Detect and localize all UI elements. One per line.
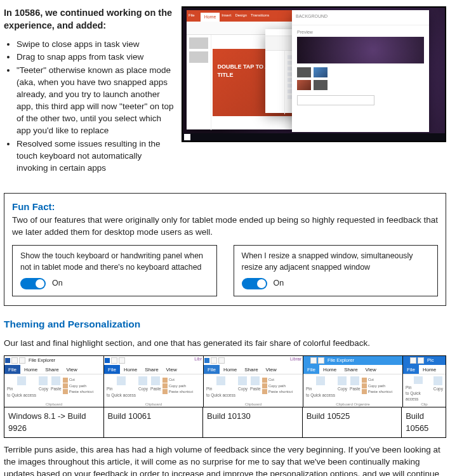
ribbon-tab: Home	[220, 365, 241, 374]
ribbon-tab: Share	[41, 365, 62, 374]
ribbon-tabs: FileHome	[403, 365, 446, 374]
ribbon-button: Pinto Quick access	[105, 376, 137, 402]
ribbon-button: Copy	[432, 376, 444, 402]
ribbon-small-button: Cut	[162, 377, 193, 382]
ribbon-button: Copy	[237, 376, 249, 402]
ribbon-tab: View	[362, 365, 380, 374]
ribbon-small-icon	[162, 383, 168, 388]
feature-list: Swipe to close apps in task view Drag to…	[17, 39, 175, 175]
ribbon-small-icon	[63, 389, 68, 394]
feature-item: "Teeter" otherwise known as place mode (…	[17, 65, 175, 136]
qat-icon	[211, 357, 217, 364]
qat-icon	[11, 357, 18, 364]
ribbon-button: Copy	[336, 376, 348, 402]
intro-row: In 10586, we continued working on the ex…	[4, 6, 446, 175]
ribbon-button: Paste	[249, 376, 262, 402]
ribbon-small-button: Paste shortcut	[362, 389, 392, 394]
ribbon-small-group: CutCopy pathPaste shortcut	[262, 376, 293, 402]
build-caption: Build 10130	[203, 407, 303, 437]
qat-icon	[410, 357, 416, 364]
window-titlebar	[204, 356, 303, 365]
ribbon-small-icon	[262, 378, 267, 383]
qat-icon	[218, 357, 225, 364]
ribbon-group-label: Clip	[403, 402, 446, 407]
ribbon-label: Copy	[433, 386, 443, 392]
ribbon-small-button: Paste shortcut	[262, 389, 293, 394]
ribbon-group-label: Clipboard Organize	[303, 402, 402, 407]
ribbon: Pinto Quick accessCopy	[403, 374, 446, 402]
ribbon-tab: View	[262, 365, 281, 374]
setting-label: When I resize a snapped window, simultan…	[242, 251, 430, 273]
ribbon-small-icon	[362, 378, 367, 383]
background-settings-window: BACKGROUND Preview	[292, 10, 429, 132]
intro-text: In 10586, we continued working on the ex…	[4, 6, 175, 175]
folder-icon	[204, 358, 209, 363]
ribbon-tab: File	[4, 365, 20, 374]
ribbon-tab: File	[403, 365, 419, 374]
qat-icon	[310, 357, 317, 364]
fun-fact-title: Fun Fact:	[12, 200, 438, 213]
folder-icon	[404, 358, 409, 363]
folder-icon	[105, 358, 110, 363]
toggle-switch[interactable]	[242, 278, 267, 289]
setting-card: When I resize a snapped window, simultan…	[234, 245, 439, 296]
ribbon-tab: Share	[241, 365, 261, 374]
folder-icon	[5, 358, 10, 363]
ribbon-tab: Home	[319, 365, 340, 374]
taskbar	[183, 133, 445, 141]
ribbon-small-icon	[262, 383, 267, 388]
bg-thumb	[297, 67, 311, 77]
bg-thumb	[314, 80, 328, 90]
ribbon-icon	[39, 376, 48, 385]
ribbon-tab: Share	[340, 365, 361, 374]
ribbon-tab: File	[303, 365, 319, 374]
ribbon-small-button: Copy path	[262, 383, 293, 388]
explorer-thumb: File ExplorerFileHomeShareViewPinto Quic…	[303, 355, 402, 407]
ribbon-tabs: FileHomeShareView	[104, 365, 203, 374]
bg-thumb	[314, 67, 328, 77]
ribbon-tab: View	[63, 365, 81, 374]
fun-fact-text: Two of our features that were originally…	[12, 215, 438, 239]
ribbon-small-group: CutCopy pathPaste shortcut	[162, 376, 193, 402]
ribbon-small-icon	[63, 378, 68, 383]
qat-icon	[119, 357, 125, 364]
ppt-tab: Insert	[220, 10, 233, 22]
theming-heading: Theming and Personalization	[4, 317, 446, 331]
build-caption: Windows 8.1 -> Build 9926	[4, 407, 104, 437]
qat-icon	[19, 357, 25, 364]
toggle-switch[interactable]	[20, 278, 46, 289]
window-titlebar	[104, 356, 203, 365]
toggle-state: On	[274, 278, 284, 289]
ribbon-label: Pinto Quick access	[7, 386, 36, 397]
ppt-tab: Home	[201, 13, 220, 22]
ribbon-icon	[433, 376, 442, 385]
build-caption: Build 10061	[104, 407, 204, 437]
ribbon-small-icon	[362, 383, 367, 388]
ribbon-label: Pinto Quick access	[306, 386, 335, 397]
window-titlebar: File Explorer	[303, 356, 402, 365]
ribbon-label: Paste	[250, 386, 261, 392]
ribbon: Pinto Quick accessCopyPasteCutCopy pathP…	[204, 374, 303, 402]
ribbon-label: Copy	[338, 386, 347, 392]
theming-caption-row: Windows 8.1 -> Build 9926Build 10061Buil…	[4, 407, 446, 437]
ribbon-small-button: Cut	[262, 377, 293, 382]
ribbon-icon	[216, 376, 225, 385]
setting-card: Show the touch keyboard or handwriting p…	[12, 245, 217, 296]
ribbon-button: Pinto Quick access	[205, 376, 237, 402]
ribbon-group-label: Clipboard	[104, 402, 203, 407]
qat-icon	[418, 357, 424, 364]
ppt-tab: Design	[233, 10, 249, 22]
ribbon-small-button: Copy path	[162, 383, 193, 388]
ribbon-icon	[238, 376, 247, 385]
theming-outro: Terrible puns aside, this area has had a…	[4, 444, 446, 476]
ribbon-tab: File	[204, 365, 220, 374]
ribbon-button: Paste	[50, 376, 63, 402]
ribbon-icon	[350, 376, 359, 385]
feature-item: Resolved some issues resulting in the to…	[17, 138, 175, 175]
ribbon-label: Pinto Quick access	[107, 386, 136, 397]
ribbon-small-button: Paste shortcut	[162, 389, 193, 394]
build-heading: In 10586, we continued working on the ex…	[4, 6, 175, 32]
ribbon-button: Paste	[149, 376, 162, 402]
ribbon-icon	[414, 376, 423, 384]
libraries-label: Libr	[194, 356, 202, 362]
